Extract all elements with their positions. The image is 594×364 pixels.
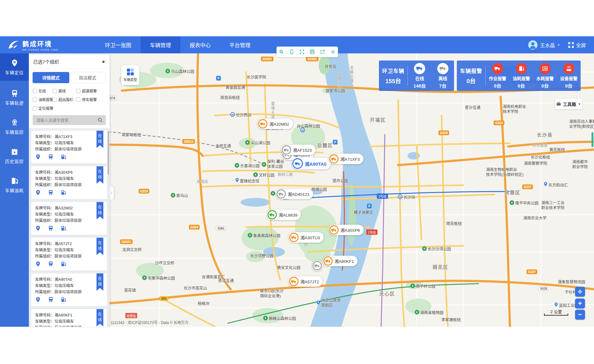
nav-item[interactable]: 环卫一张图	[96, 36, 141, 53]
filter-checkbox[interactable]: 油耗报警	[33, 97, 52, 102]
vehicle-card[interactable]: 车牌号码：湘A30XP6车辆类型：垃圾压缩车所属组织：厨余垃圾项目部在线	[31, 166, 107, 199]
vehicle-marker[interactable]: 湘A32M02	[258, 119, 293, 129]
user-menu[interactable]: 王水晶 ∨	[528, 40, 560, 50]
mode-button[interactable]: 简洁模式	[69, 72, 106, 83]
card-fuel-icon[interactable]	[61, 190, 66, 197]
vehicle-card[interactable]: 车牌号码：湘A90TA0车辆类型：垃圾压缩车所属组织：厨余垃圾项目部在线	[31, 273, 107, 306]
card-track-icon[interactable]	[48, 154, 54, 161]
vehicle-card[interactable]: 车牌号码：湘A32M02车辆类型：垃圾压缩车所属组织：厨余垃圾项目部在线	[31, 202, 107, 235]
vehicle-marker[interactable]: 湘A30TU3	[289, 232, 324, 243]
fullscreen-button[interactable]: 全屏	[568, 41, 586, 49]
vehicle-marker[interactable]: 湘A71XF3	[329, 154, 363, 164]
checkbox-icon	[76, 89, 80, 93]
marker-truck-icon	[289, 277, 299, 286]
vehicle-card-actions	[35, 297, 103, 304]
panel-collapse-handle[interactable]: ‹	[110, 186, 114, 200]
nav-item[interactable]: 报表中心	[180, 36, 220, 53]
vehicle-track-icon	[11, 89, 19, 97]
vehicle-card[interactable]: 车牌号码：湘A80KF1车辆类型：垃圾压缩车所属组织：厨余垃圾项目部在线	[31, 309, 107, 327]
card-fuel-icon[interactable]	[61, 225, 66, 232]
card-track-icon[interactable]	[48, 190, 54, 197]
zoom-search-button[interactable]	[277, 47, 287, 57]
filter-group: 在线离线超速报警油耗报警超出围栏停车报警定位报警	[29, 86, 110, 114]
filter-checkbox[interactable]: 在线	[33, 88, 52, 93]
chevron-down-icon: ∨	[557, 43, 560, 47]
card-fuel-icon[interactable]	[61, 297, 66, 304]
export-button[interactable]	[317, 47, 328, 57]
marker-plate: 湘AF1523	[293, 147, 312, 153]
marker-truck-icon	[277, 189, 286, 199]
vehicle-type-button[interactable]: 车辆类型	[121, 65, 139, 85]
settings-button[interactable]	[328, 47, 338, 57]
card-locate-icon[interactable]	[35, 154, 41, 161]
locate-button[interactable]	[575, 287, 585, 297]
search-input[interactable]	[33, 115, 106, 125]
vehicle-card[interactable]: 车牌号码：湘A71XF3车辆类型：垃圾压缩车所属组织：厨余垃圾项目部在线	[31, 131, 107, 164]
card-fuel-icon[interactable]	[61, 154, 66, 161]
filter-checkbox[interactable]: 定位报警	[33, 106, 52, 111]
list-scrollbar[interactable]	[108, 131, 109, 175]
status-char: 在	[98, 276, 102, 281]
map-scrollbar-thumb[interactable]	[592, 132, 593, 147]
card-locate-icon[interactable]	[35, 297, 41, 304]
filter-checkbox[interactable]: 超速报警	[76, 88, 106, 93]
sidebar-item[interactable]: 车辆轨迹	[0, 85, 29, 110]
marker-truck-icon	[313, 261, 322, 270]
card-locate-icon[interactable]	[35, 190, 41, 197]
card-fuel-icon[interactable]	[61, 261, 66, 268]
chevron-down-icon: ▼	[578, 102, 581, 106]
vehicle-card[interactable]: 车牌号码：湘A57JT2车辆类型：垃圾压缩车所属组织：厨余垃圾项目部在线	[31, 238, 107, 271]
chevron-right-icon: ▶	[103, 60, 105, 64]
vehicle-marker[interactable]: 湘AL8839	[267, 209, 301, 220]
filter-checkbox[interactable]: 超出围栏	[52, 97, 76, 102]
vehicle-marker[interactable]: 湘AF1523	[281, 145, 316, 155]
vehicle-card-row: 车辆类型：垃圾压缩车	[35, 318, 103, 325]
nav-item[interactable]: 车辆管理	[141, 36, 180, 53]
vehicle-card-row: 车辆类型：垃圾压缩车	[35, 211, 103, 218]
filter-checkbox[interactable]: 离线	[52, 88, 76, 93]
sidebar-item-label: 车辆油耗	[5, 187, 24, 193]
vehicle-card-row: 车牌号码：湘A80KF1	[35, 312, 103, 318]
vehicle-card-row: 车牌号码：湘A32M02	[35, 205, 103, 211]
vehicle-list[interactable]: 车牌号码：湘A71XF3车辆类型：垃圾压缩车所属组织：厨余垃圾项目部在线车牌号码…	[29, 128, 110, 327]
mode-button[interactable]: 详情模式	[33, 72, 69, 83]
stats-alarms-title: 车辆报警	[457, 67, 485, 74]
zoom-out-button[interactable]: −	[575, 310, 585, 320]
vehicle-card-actions	[35, 190, 103, 197]
grid-squares-icon	[127, 69, 134, 75]
sidebar-item[interactable]: 车辆油耗	[0, 173, 29, 197]
water-alarm-icon	[539, 63, 551, 74]
org-selector[interactable]: 已选7个组织 ▶	[29, 55, 110, 69]
card-track-icon[interactable]	[48, 261, 54, 268]
vehicle-marker[interactable]: 湘A57JT2	[289, 276, 323, 287]
card-locate-icon[interactable]	[35, 225, 41, 232]
save-button[interactable]	[307, 47, 317, 57]
filter-label: 在线	[38, 88, 46, 93]
vehicle-marker[interactable]: 湘A80KF1	[323, 256, 358, 266]
sidebar-item[interactable]: 车辆定位	[0, 53, 29, 81]
card-track-icon[interactable]	[48, 297, 54, 304]
device-button[interactable]	[287, 47, 297, 57]
expand-button[interactable]	[297, 47, 307, 57]
vehicle-card-row: 车牌号码：湘A57JT2	[35, 241, 103, 247]
vehicle-marker[interactable]: 湘AD40123	[276, 189, 313, 199]
marker-truck-icon	[282, 145, 291, 155]
filter-label: 超出围栏	[58, 97, 73, 102]
vehicle-marker[interactable]: 湘A90TA0	[292, 158, 331, 169]
marker-truck-icon	[329, 225, 339, 235]
vehicle-marker[interactable]	[312, 260, 322, 271]
search-icon[interactable]	[97, 117, 103, 123]
sidebar-item[interactable]: 历史监控	[0, 143, 29, 168]
nav-item[interactable]: 平台管理	[220, 36, 260, 53]
stat-item: 离线7台	[437, 63, 448, 89]
card-track-icon[interactable]	[48, 225, 54, 232]
sidebar-item-label: 车辆轨迹	[5, 100, 24, 106]
sidebar-item[interactable]: 车辆监控	[0, 114, 29, 139]
zoom-in-button[interactable]: +	[575, 299, 585, 308]
vehicle-card-row: 所属组织：厨余垃圾项目部	[35, 325, 103, 327]
filter-checkbox[interactable]: 停车报警	[76, 97, 106, 102]
checkbox-icon	[52, 89, 57, 93]
vehicle-marker[interactable]: 湘A30XP6	[329, 225, 364, 235]
toolbox-button[interactable]: 工具箱 ▼	[555, 99, 582, 109]
card-locate-icon[interactable]	[35, 261, 41, 268]
